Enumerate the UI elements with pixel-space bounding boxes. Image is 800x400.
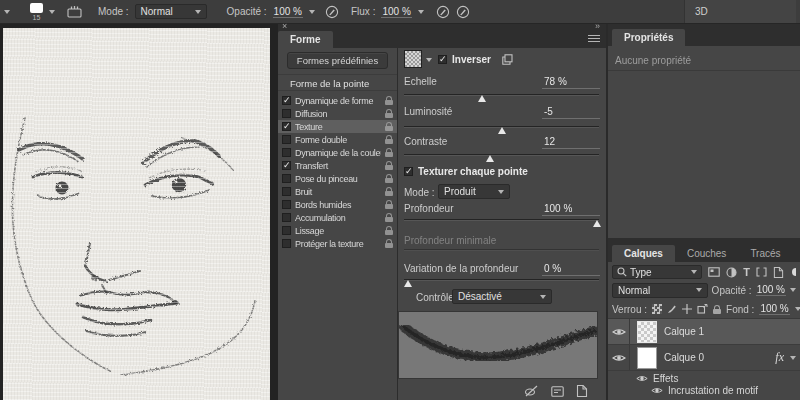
brush-picker-chevron-icon[interactable] <box>49 10 55 14</box>
brush-setting-row[interactable]: Diffusion <box>278 107 397 120</box>
layer-opacity-chevron-icon[interactable] <box>790 288 796 292</box>
effects-collapse-chevron-icon[interactable] <box>790 356 796 360</box>
brush-tip-shape-item[interactable]: Forme de la pointe <box>278 74 397 91</box>
tab-forme[interactable]: Forme <box>278 31 333 48</box>
flow-value[interactable]: 100 % <box>381 6 411 18</box>
checkbox[interactable] <box>282 226 291 235</box>
lock-transparency-icon[interactable] <box>652 304 662 314</box>
workspace-switcher[interactable]: 3D <box>684 0 796 23</box>
brush-presets-button[interactable]: Formes prédéfinies <box>287 52 388 69</box>
tab-proprietes[interactable]: Propriétés <box>612 29 685 46</box>
checkbox[interactable] <box>282 187 291 196</box>
contrast-value[interactable]: 12 <box>542 136 600 149</box>
layer-thumbnail[interactable] <box>637 321 657 343</box>
contrast-slider[interactable] <box>404 152 599 162</box>
checkbox[interactable] <box>282 200 291 209</box>
brush-setting-row[interactable]: Forme double <box>278 133 397 146</box>
depth-jitter-value[interactable]: 0 % <box>542 263 600 276</box>
brush-setting-row[interactable]: Protéger la texture <box>278 237 397 250</box>
invert-checkbox[interactable] <box>438 55 447 64</box>
effects-row[interactable]: Effets <box>608 373 800 384</box>
airbrush-toggle-icon[interactable] <box>436 5 450 19</box>
visibility-eye-icon[interactable] <box>608 345 630 370</box>
lock-position-icon[interactable] <box>682 304 692 314</box>
filter-type-layers-icon[interactable]: T <box>743 266 750 278</box>
checkbox[interactable] <box>282 213 291 222</box>
lock-icon[interactable] <box>385 187 393 196</box>
lock-icon[interactable] <box>385 148 393 157</box>
checkbox[interactable] <box>282 174 291 183</box>
layer-row-calque-0[interactable]: Calque 0 fx <box>608 345 800 371</box>
document-canvas[interactable] <box>0 24 278 400</box>
depth-slider[interactable] <box>404 217 599 227</box>
slider-thumb[interactable] <box>478 95 486 102</box>
opacity-chevron-icon[interactable] <box>309 10 315 14</box>
layer-thumbnail[interactable] <box>637 347 657 369</box>
fill-value[interactable]: 100 % <box>759 303 789 315</box>
lock-icon[interactable] <box>385 239 393 248</box>
scale-value[interactable]: 78 % <box>542 76 600 89</box>
fx-badge[interactable]: fx <box>775 350 784 365</box>
filter-toggle-icon[interactable] <box>790 267 796 277</box>
flow-chevron-icon[interactable] <box>418 10 424 14</box>
brush-setting-row[interactable]: Accumulation <box>278 211 397 224</box>
filter-smart-objects-icon[interactable] <box>773 267 784 278</box>
filter-shape-layers-icon[interactable] <box>756 267 767 277</box>
slider-thumb[interactable] <box>498 127 506 134</box>
checkbox[interactable] <box>282 109 291 118</box>
lock-icon[interactable] <box>385 200 393 209</box>
checkbox[interactable] <box>282 148 291 157</box>
brush-setting-row[interactable]: Bruit <box>278 185 397 198</box>
texture-swatch[interactable] <box>404 50 422 68</box>
brightness-slider[interactable] <box>404 124 599 134</box>
layer-filter-select[interactable]: Type <box>612 265 702 279</box>
layer-blend-mode-select[interactable]: Normal <box>612 283 708 298</box>
control-select[interactable]: Désactivé <box>452 289 552 304</box>
brightness-value[interactable]: -5 <box>542 106 600 119</box>
lock-icon[interactable] <box>385 213 393 222</box>
tab-couches[interactable]: Couches <box>675 245 738 262</box>
pressure-size-icon[interactable] <box>456 5 470 19</box>
checkbox[interactable] <box>282 161 291 170</box>
preset-manager-icon[interactable] <box>551 386 564 397</box>
slider-thumb[interactable] <box>593 220 601 227</box>
lock-artboard-icon[interactable] <box>697 304 708 314</box>
checkbox[interactable] <box>282 96 291 105</box>
lock-icon[interactable] <box>385 161 393 170</box>
depth-value[interactable]: 100 % <box>542 203 600 216</box>
tool-preset-chevron-icon[interactable] <box>4 10 10 14</box>
visibility-eye-icon[interactable] <box>608 319 630 344</box>
checkbox[interactable] <box>282 135 291 144</box>
pattern-overlay-row[interactable]: Incrustation de motif <box>608 385 800 396</box>
new-brush-icon[interactable] <box>576 385 588 397</box>
visibility-eye-icon[interactable] <box>651 386 663 395</box>
tab-traces[interactable]: Tracés <box>738 245 792 262</box>
copy-texture-icon[interactable] <box>502 54 513 65</box>
brush-setting-row[interactable]: Dynamique de forme <box>278 94 397 107</box>
layer-row-calque-1[interactable]: Calque 1 <box>608 319 800 345</box>
checkbox[interactable] <box>282 122 291 131</box>
lock-icon[interactable] <box>385 226 393 235</box>
slider-thumb[interactable] <box>486 155 494 162</box>
paint-mode-select[interactable]: Normal <box>135 4 207 19</box>
brush-setting-row[interactable]: Transfert <box>278 159 397 172</box>
scale-slider[interactable] <box>404 92 599 102</box>
panel-menu-icon[interactable] <box>588 35 600 43</box>
layer-opacity-value[interactable]: 100 % <box>756 284 786 296</box>
lock-icon[interactable] <box>385 109 393 118</box>
brush-setting-row[interactable]: Pose du pinceau <box>278 172 397 185</box>
lock-pixels-icon[interactable] <box>667 304 677 314</box>
brush-setting-row[interactable]: Lissage <box>278 224 397 237</box>
lock-icon[interactable] <box>385 135 393 144</box>
tab-calques[interactable]: Calques <box>612 245 675 262</box>
brush-setting-row[interactable]: Texture <box>278 120 397 133</box>
lock-icon[interactable] <box>385 96 393 105</box>
opacity-value[interactable]: 100 % <box>273 6 303 18</box>
lock-icon[interactable] <box>385 122 393 131</box>
brush-setting-row[interactable]: Dynamique de la couleur <box>278 146 397 159</box>
toggle-brush-panel-icon[interactable] <box>67 5 82 18</box>
brush-setting-row[interactable]: Bords humides <box>278 198 397 211</box>
depth-jitter-slider[interactable] <box>404 277 599 287</box>
texture-each-tip-checkbox[interactable] <box>404 167 413 176</box>
texture-mode-select[interactable]: Produit <box>438 184 510 199</box>
